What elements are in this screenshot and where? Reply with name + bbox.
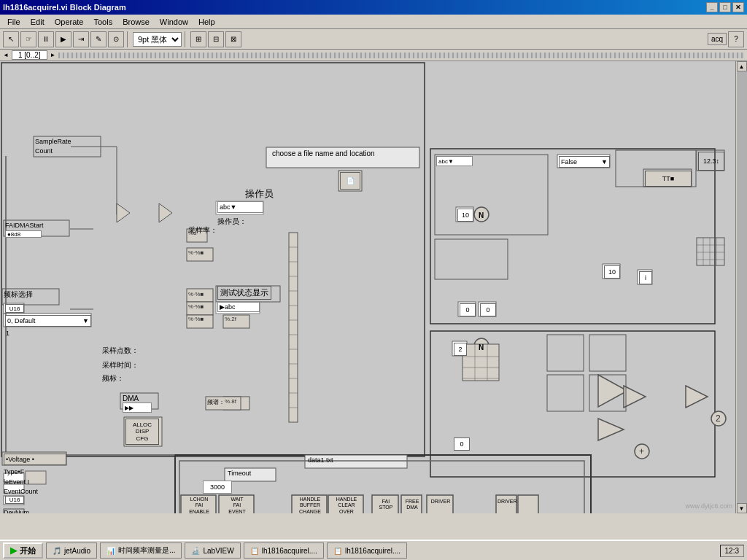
fai-stop-label: FAISTOP	[374, 499, 398, 511]
menu-bar: File Edit Operate Tools Browse Window He…	[0, 15, 747, 29]
scroll-up-arrow[interactable]: ▲	[737, 61, 747, 71]
taskbar-item-jetaudio[interactable]: 🎵 jetAudio	[46, 542, 97, 559]
scrollbar-right[interactable]: ▲ ▼	[735, 61, 747, 513]
fai-dma-start-value: ●8d8	[5, 230, 42, 238]
svg-rect-63	[589, 335, 626, 371]
toolbar-align[interactable]: ⊞	[190, 31, 206, 47]
timeout-label: Timeout	[228, 470, 251, 477]
event-count-label: EventCount	[4, 488, 38, 495]
menu-browse[interactable]: Browse	[118, 16, 154, 28]
acq-label: acq	[708, 33, 727, 45]
format-percent2: %·%■	[188, 291, 204, 298]
num-1-label: 1	[6, 330, 9, 337]
svg-rect-65	[547, 375, 584, 411]
svg-marker-32	[598, 419, 624, 440]
taskbar-item-acq2[interactable]: 📋 lh1816acquirel....	[327, 542, 407, 559]
driver-label: DRIVER	[428, 499, 453, 505]
font-selector[interactable]: 9pt 黑体	[133, 32, 182, 47]
title-text: lh1816acquirel.vi Block Diagram	[3, 3, 126, 12]
toolbar-step[interactable]: ⇥	[73, 31, 89, 47]
operator-abc-box: abc▼	[217, 201, 263, 213]
close-button[interactable]: ✕	[732, 2, 744, 12]
num-2: 2	[454, 343, 467, 356]
menu-help[interactable]: Help	[194, 16, 220, 28]
maximize-button[interactable]: □	[719, 2, 731, 12]
default-dropdown[interactable]: 0, Default▼	[5, 315, 91, 327]
freq-select-label: 频标选择	[4, 289, 33, 300]
format-percent1: %·%■	[188, 249, 204, 256]
toolbar-pause[interactable]: ⏸	[38, 31, 54, 47]
jetaudio-icon: 🎵	[53, 547, 61, 555]
choose-location-label: choose a file name and location	[268, 148, 379, 159]
svg-marker-29	[598, 375, 627, 407]
toolbar-separator2	[185, 31, 187, 47]
start-button[interactable]: ▶ 开始	[3, 542, 43, 559]
svg-rect-48	[435, 239, 508, 279]
toolbar-resize[interactable]: ⊠	[225, 31, 241, 47]
scroll-down-arrow[interactable]: ▼	[737, 503, 747, 513]
labview-icon: 🔬	[191, 547, 200, 555]
toolbar-run[interactable]: ▶	[55, 31, 71, 47]
svg-marker-30	[624, 386, 646, 408]
minimize-button[interactable]: _	[706, 2, 718, 12]
handle-clear-label: HANDLECLEAROVER	[330, 497, 363, 513]
sample-rate-label: SampleRate	[35, 138, 71, 145]
free-dma-label: FREEDMA	[403, 499, 422, 511]
dma-label: DMA	[123, 394, 139, 402]
taskbar-clock: 12:3	[720, 545, 744, 557]
sample-points-label: 采样点数：	[102, 346, 139, 356]
toolbar-separator	[127, 31, 130, 47]
svg-marker-31	[686, 386, 708, 408]
operator-title: 操作员	[245, 187, 274, 201]
toolbar-arrow[interactable]: ↖	[3, 31, 19, 47]
sample-time-label: 采样时间：	[102, 360, 139, 370]
toolbar-record[interactable]: ⊙	[108, 31, 124, 47]
format-percent4: %·%■	[188, 316, 204, 322]
false-dropdown[interactable]: False▼	[559, 156, 610, 168]
svg-rect-62	[547, 335, 584, 371]
wait-fai-label: WAITFAIEVENT	[220, 497, 254, 513]
toolbar-distribute[interactable]: ⊟	[208, 31, 224, 47]
n-label2: N	[479, 343, 484, 351]
file-icon[interactable]: 📄	[340, 172, 360, 190]
voltage-dropdown[interactable]: •Voltage •	[4, 454, 66, 465]
operator-field-label: 操作员：	[217, 217, 247, 227]
svg-point-66	[635, 444, 649, 459]
menu-window[interactable]: Window	[155, 16, 193, 28]
svg-rect-64	[589, 375, 626, 411]
lchon-fai-label: LCHONFAIENABLESETUP	[182, 497, 216, 513]
num-10-1: 10	[457, 209, 473, 222]
value-3000: 3000	[203, 481, 232, 494]
scroll-page-indicator: 1 [0..2]	[12, 50, 47, 60]
menu-file[interactable]: File	[3, 16, 25, 28]
menu-edit[interactable]: Edit	[26, 16, 49, 28]
toolbar-help[interactable]: ?	[728, 31, 744, 47]
menu-tools[interactable]: Tools	[89, 16, 117, 28]
watermark: www.dytjc6.com	[685, 502, 732, 510]
taskbar-item-acq1[interactable]: 📋 lh1816acquirel....	[244, 542, 324, 559]
u16-label2: U16	[5, 496, 24, 504]
test-status-label: 测试状态显示	[217, 286, 271, 300]
format-d: %d	[188, 230, 197, 236]
taskbar-item-freq[interactable]: 📊 时间频率测量是...	[100, 542, 182, 559]
svg-marker-34	[159, 203, 172, 222]
toolbar-finger[interactable]: ☞	[20, 31, 36, 47]
taskbar-item-labview[interactable]: 🔬 LabVIEW	[185, 542, 240, 559]
fai-dma-start-label: FAIDMAStart	[5, 222, 44, 229]
freq-label-field: 频标：	[102, 373, 124, 384]
handle-buffer-label: HANDLEBUFFERCHANGE	[293, 497, 327, 513]
num-i: i	[639, 271, 652, 284]
svg-rect-0	[1, 63, 425, 456]
scroll-track[interactable]	[737, 71, 747, 503]
svg-point-68	[711, 411, 726, 426]
svg-rect-96	[289, 233, 298, 422]
scroll-indicator-bar: ◄ 1 [0..2] ►	[0, 50, 747, 61]
toolbar-pencil[interactable]: ✎	[90, 31, 107, 47]
num-0-2: 0	[480, 303, 496, 316]
svg-text:+: +	[639, 446, 644, 456]
title-bar: lh1816acquirel.vi Block Diagram _ □ ✕	[0, 0, 747, 15]
svg-rect-26	[518, 495, 538, 513]
value-123-box: 12.3↕	[698, 152, 724, 171]
alloc-display-box: ALLOCDISPCFG	[125, 419, 159, 445]
menu-operate[interactable]: Operate	[50, 16, 88, 28]
